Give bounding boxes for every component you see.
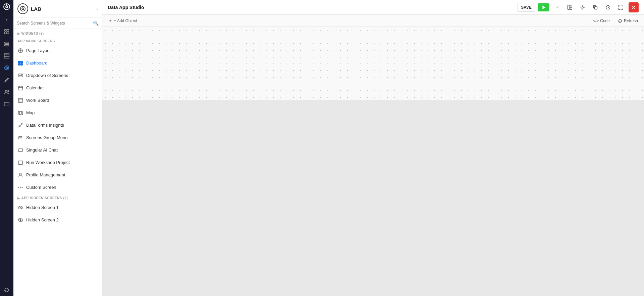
dashboard-label: Dashboard	[26, 60, 87, 66]
menu-item-map[interactable]: Map ⋮	[13, 107, 102, 119]
menu-item-run-workshop[interactable]: Run Workshop Project ⋮	[13, 156, 102, 169]
add-object-button[interactable]: ＋ + Add Object	[106, 17, 139, 25]
rail-icon-message[interactable]	[0, 98, 13, 110]
menu-item-page-layout[interactable]: Page Layout ⋮	[13, 44, 102, 57]
svg-marker-61	[543, 5, 546, 9]
svg-rect-30	[21, 61, 22, 62]
menu-item-screens-group[interactable]: Screens Group Menu ⋮	[13, 131, 102, 144]
custom-screen-icon	[17, 184, 23, 191]
ai-chat-icon	[17, 147, 23, 153]
page-layout-label: Page Layout	[26, 48, 87, 53]
svg-point-20	[5, 90, 7, 92]
save-button[interactable]: SAVE	[517, 3, 535, 12]
svg-rect-51	[18, 161, 22, 164]
hidden-screen-2-label: Hidden Screen 2	[26, 217, 87, 222]
app-title: Data App Studio	[108, 5, 514, 10]
svg-rect-8	[5, 44, 9, 45]
sidebar: LAB ‹ 🔍 ▶ WIDGETS (2) APP MENU SCREENS P…	[13, 0, 102, 296]
dataforms-label: DataForms Insights	[26, 123, 87, 128]
svg-rect-4	[7, 30, 9, 31]
menu-item-custom-screen[interactable]: Custom Screen ⋮	[13, 181, 102, 194]
code-button[interactable]: </> Code	[591, 17, 612, 24]
canvas-gray-region	[102, 101, 644, 235]
add-button[interactable]: ＋	[552, 2, 562, 12]
profile-management-icon	[17, 172, 23, 178]
svg-point-15	[6, 67, 7, 69]
rail-icon-table[interactable]	[0, 50, 13, 62]
menu-item-dataforms[interactable]: DataForms Insights ⋮	[13, 119, 102, 131]
rail-icon-users[interactable]	[0, 86, 13, 98]
dataforms-icon	[17, 122, 23, 128]
work-board-label: Work Board	[26, 98, 87, 103]
custom-screen-label: Custom Screen	[26, 185, 87, 190]
rail-icon-collapse[interactable]: ‹	[0, 13, 13, 26]
svg-rect-29	[18, 61, 20, 62]
svg-rect-63	[570, 5, 572, 7]
menu-item-hidden-screen-1[interactable]: Hidden Screen 1 ⋮	[13, 201, 102, 214]
app-logo[interactable]	[0, 0, 13, 13]
sidebar-collapse-button[interactable]: ‹	[96, 6, 98, 12]
ai-chat-label: Singular AI Chat	[26, 147, 87, 153]
refresh-button[interactable]: Refresh	[616, 17, 640, 24]
calendar-label: Calendar	[26, 85, 87, 90]
svg-point-24	[22, 8, 23, 9]
rail-icon-widgets[interactable]	[0, 26, 13, 38]
main-area: Data App Studio SAVE ＋	[102, 0, 644, 296]
svg-point-53	[19, 173, 21, 175]
menu-item-dropdown-screens[interactable]: Dropdown of Screens ⋮	[13, 69, 102, 82]
hidden-screen-2-icon	[17, 217, 23, 223]
hidden-screen-1-icon	[17, 205, 23, 211]
menu-item-profile-management[interactable]: Profile Management ⋮	[13, 169, 102, 181]
app-hidden-screens-header[interactable]: ▶ APP HIDDEN SCREENS (2)	[13, 194, 102, 201]
svg-rect-22	[4, 102, 9, 106]
screens-group-icon	[17, 135, 23, 141]
map-label: Map	[26, 110, 87, 115]
history-button[interactable]	[603, 2, 613, 12]
page-layout-icon	[17, 48, 23, 54]
hidden-screens-label: APP HIDDEN SCREENS (2)	[21, 196, 68, 200]
app-name-label: LAB	[31, 6, 41, 12]
expand-button[interactable]	[616, 2, 626, 12]
icon-rail: ‹	[0, 0, 13, 296]
svg-point-21	[8, 91, 9, 92]
svg-rect-64	[570, 7, 572, 9]
svg-rect-40	[18, 98, 22, 102]
close-button[interactable]	[629, 2, 639, 12]
svg-rect-5	[5, 32, 6, 34]
sidebar-logo[interactable]	[17, 3, 28, 14]
play-button[interactable]	[538, 3, 549, 11]
menu-item-hidden-screen-2[interactable]: Hidden Screen 2 ⋮	[13, 214, 102, 226]
search-input[interactable]	[17, 21, 91, 26]
app-menu-screens-label: APP MENU SCREENS	[17, 39, 55, 43]
svg-rect-32	[21, 63, 22, 65]
sidebar-search-bar: 🔍	[13, 18, 102, 29]
canvas-toolbar: ＋ + Add Object </> Code Refresh	[102, 15, 644, 27]
canvas-dotted-region	[102, 27, 644, 101]
menu-item-calendar[interactable]: Calendar ⋮	[13, 82, 102, 94]
search-icon[interactable]: 🔍	[93, 20, 99, 26]
rail-icon-layers[interactable]	[0, 38, 13, 50]
svg-rect-7	[5, 42, 9, 43]
svg-rect-31	[18, 63, 20, 65]
menu-item-ai-chat[interactable]: Singular AI Chat ⋮	[13, 144, 102, 156]
map-icon	[17, 110, 23, 116]
run-workshop-label: Run Workshop Project	[26, 160, 87, 165]
rail-icon-refresh[interactable]	[0, 284, 13, 296]
refresh-icon	[618, 18, 623, 23]
layout-button[interactable]	[565, 2, 575, 12]
sidebar-body: ▶ WIDGETS (2) APP MENU SCREENS Page Layo…	[13, 29, 102, 296]
svg-rect-3	[5, 30, 6, 31]
copy-button[interactable]	[590, 2, 600, 12]
canvas-area[interactable]	[102, 27, 644, 296]
svg-rect-62	[568, 5, 570, 9]
calendar-icon	[17, 85, 23, 91]
svg-line-54	[20, 186, 21, 188]
settings-button[interactable]	[578, 2, 588, 12]
menu-item-work-board[interactable]: Work Board ⋮	[13, 94, 102, 107]
rail-icon-tools[interactable]	[0, 74, 13, 86]
hidden-screens-arrow: ▶	[17, 197, 20, 200]
widgets-section-header[interactable]: ▶ WIDGETS (2)	[13, 29, 102, 37]
rail-icon-target[interactable]	[0, 62, 13, 74]
svg-point-65	[582, 6, 584, 8]
menu-item-dashboard[interactable]: Dashboard ⋮	[13, 57, 102, 69]
